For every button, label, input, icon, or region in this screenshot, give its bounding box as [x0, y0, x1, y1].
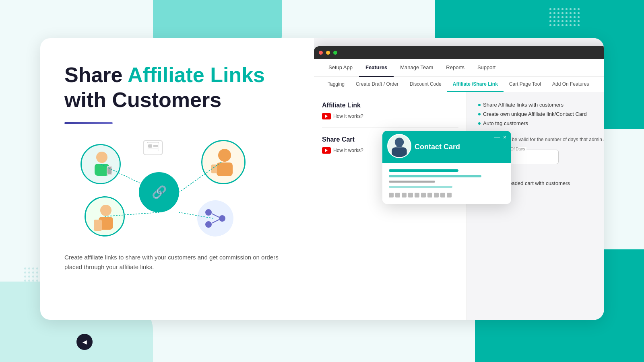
contact-dot-10 — [447, 193, 452, 197]
contact-card-line-1 — [389, 169, 458, 172]
contact-card-body — [382, 163, 511, 204]
headline-normal2: with Customers — [64, 88, 221, 111]
contact-dot-4 — [408, 193, 413, 197]
nav-item-features[interactable]: Features — [359, 59, 394, 77]
dots-decoration-top-right — [549, 8, 580, 26]
contact-dot-7 — [427, 193, 432, 197]
affiliate-link-section: Affiliate Link How it works? — [322, 102, 458, 119]
left-panel: Share Affiliate Links with Customers — [40, 38, 314, 320]
subnav-item-affiliate-share[interactable]: Affiliate /Share Link — [447, 77, 504, 92]
svg-point-29 — [395, 138, 404, 146]
contact-dot-5 — [415, 193, 419, 197]
headline-underline — [64, 122, 113, 124]
feature-list: Share Affiliate links with customers Cre… — [478, 102, 604, 126]
play-icon-share-cart — [322, 147, 331, 154]
subnav-item-tagging[interactable]: Tagging — [322, 77, 350, 92]
nav-prev-button[interactable]: ◀ — [76, 334, 93, 350]
contact-card-line-3 — [389, 181, 435, 183]
content-right-column: Share Affiliate links with customers Cre… — [467, 92, 604, 320]
contact-card-popup: Contact Card — × — [382, 131, 511, 204]
illustration: 🔗 — [64, 140, 258, 245]
app-content: Affiliate Link How it works? Share Cart … — [314, 92, 604, 320]
app-navbar: Setup App Features Manage Team Reports S… — [314, 59, 604, 77]
contact-dot-9 — [440, 193, 445, 197]
headline-highlight: Affiliate Links — [128, 63, 265, 86]
affiliate-link-title: Affiliate Link — [322, 102, 458, 109]
contact-dot-3 — [402, 193, 407, 197]
node-center-icon: 🔗 — [139, 172, 179, 212]
svg-text:🔗: 🔗 — [152, 185, 167, 200]
contact-card-line-4 — [389, 186, 452, 188]
main-card: Share Affiliate Links with Customers — [40, 38, 604, 320]
feature-item-2: Create own unique Affiliate link/Contact… — [478, 111, 604, 117]
content-left-column: Affiliate Link How it works? Share Cart … — [314, 92, 467, 320]
svg-line-3 — [179, 212, 213, 218]
svg-rect-10 — [148, 144, 152, 148]
contact-card-line-2 — [389, 175, 481, 177]
contact-card-header: Contact Card — × — [382, 131, 511, 163]
nav-item-manage-team[interactable]: Manage Team — [394, 59, 440, 77]
titlebar-dot-red[interactable] — [319, 51, 323, 55]
node-icon-card — [143, 140, 163, 155]
affiliate-how-it-works-label: How it works? — [333, 113, 363, 119]
app-subnav: Tagging Create Draft / Order Discount Co… — [314, 77, 604, 92]
subnav-item-cart-page-tool[interactable]: Cart Page Tool — [504, 77, 547, 92]
subnav-item-add-on[interactable]: Add On Features — [547, 77, 594, 92]
contact-card-close-btn[interactable]: × — [503, 134, 506, 140]
contact-dot-6 — [421, 193, 426, 197]
svg-line-1 — [179, 162, 221, 192]
nav-item-support[interactable]: Support — [471, 59, 502, 77]
affiliate-how-it-works-btn[interactable]: How it works? — [322, 113, 458, 119]
headline-normal: Share — [64, 63, 128, 86]
app-titlebar — [314, 46, 604, 59]
titlebar-dot-yellow[interactable] — [326, 51, 330, 55]
subnav-item-create-draft[interactable]: Create Draft / Order — [350, 77, 404, 92]
svg-rect-30 — [392, 148, 407, 157]
feature-item-1: Share Affiliate links with customers — [478, 102, 604, 108]
headline: Share Affiliate Links with Customers — [64, 62, 290, 113]
right-panel: Setup App Features Manage Team Reports S… — [314, 38, 604, 320]
feature-item-3: Auto tag customers — [478, 120, 604, 126]
contact-card-title: Contact Card — [415, 143, 460, 151]
nav-item-reports[interactable]: Reports — [440, 59, 471, 77]
nav-prev-icon: ◀ — [83, 339, 87, 345]
description-text: Create affiliate links to share with you… — [64, 253, 290, 272]
play-icon-affiliate — [322, 113, 331, 119]
contact-card-minimize-btn[interactable]: — — [494, 134, 500, 140]
contact-card-dots — [389, 193, 505, 197]
svg-line-2 — [105, 212, 159, 216]
contact-dot-8 — [434, 193, 439, 197]
contact-dot-2 — [395, 193, 400, 197]
subnav-item-discount-code[interactable]: Discount Code — [404, 77, 447, 92]
contact-dot-1 — [389, 193, 394, 197]
share-cart-how-it-works-label: How it works? — [333, 148, 363, 153]
nav-item-setup-app[interactable]: Setup App — [322, 59, 359, 77]
section-separator-1 — [322, 128, 458, 128]
titlebar-dot-green[interactable] — [333, 51, 337, 55]
app-window: Setup App Features Manage Team Reports S… — [314, 46, 604, 320]
contact-card-avatar — [387, 134, 411, 158]
